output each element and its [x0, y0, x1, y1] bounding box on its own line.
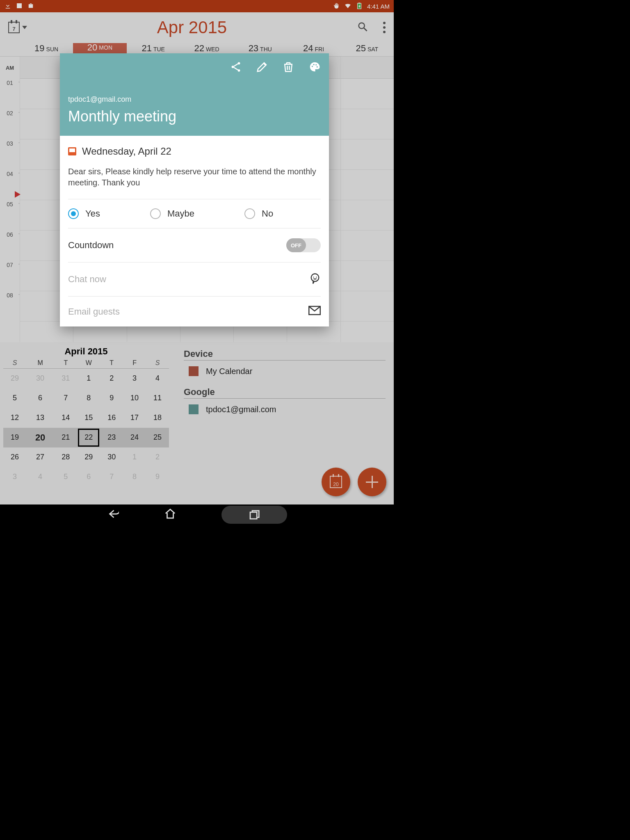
- chat-icon: [309, 272, 321, 286]
- countdown-toggle[interactable]: OFF: [286, 238, 321, 252]
- radio-icon: [244, 208, 255, 219]
- svg-point-8: [312, 66, 313, 67]
- svg-point-11: [317, 66, 318, 67]
- mail-icon: [308, 306, 321, 318]
- rsvp-no[interactable]: No: [244, 208, 321, 219]
- countdown-row: Countdown OFF: [68, 228, 321, 262]
- event-calendar-email: tpdoc1@gmail.com: [68, 95, 321, 104]
- edit-button[interactable]: [256, 61, 268, 75]
- event-description: Dear sirs, Please kindly help reserve yo…: [68, 166, 321, 188]
- chat-now-row[interactable]: Chat now: [68, 262, 321, 296]
- svg-point-5: [238, 62, 240, 64]
- countdown-label: Countdown: [68, 240, 114, 251]
- svg-point-6: [232, 66, 234, 68]
- calendar-date-icon: [68, 147, 76, 155]
- svg-point-9: [313, 64, 315, 65]
- radio-icon: [150, 208, 161, 219]
- event-detail-dialog: tpdoc1@gmail.com Monthly meeting Wednesd…: [60, 53, 329, 326]
- delete-button[interactable]: [282, 61, 294, 75]
- svg-point-13: [313, 277, 314, 278]
- chat-now-label: Chat now: [68, 274, 106, 285]
- rsvp-group: Yes Maybe No: [68, 199, 321, 228]
- svg-point-12: [311, 274, 319, 282]
- email-guests-label: Email guests: [68, 306, 120, 317]
- event-title: Monthly meeting: [68, 108, 321, 125]
- event-date: Wednesday, April 22: [82, 146, 171, 157]
- svg-point-10: [315, 64, 317, 65]
- radio-selected-icon: [68, 208, 79, 219]
- palette-button[interactable]: [308, 61, 321, 75]
- email-guests-row[interactable]: Email guests: [68, 297, 321, 318]
- rsvp-yes[interactable]: Yes: [68, 208, 150, 219]
- svg-point-14: [316, 277, 317, 278]
- svg-point-7: [238, 69, 240, 72]
- rsvp-maybe[interactable]: Maybe: [150, 208, 244, 219]
- share-button[interactable]: [230, 61, 242, 75]
